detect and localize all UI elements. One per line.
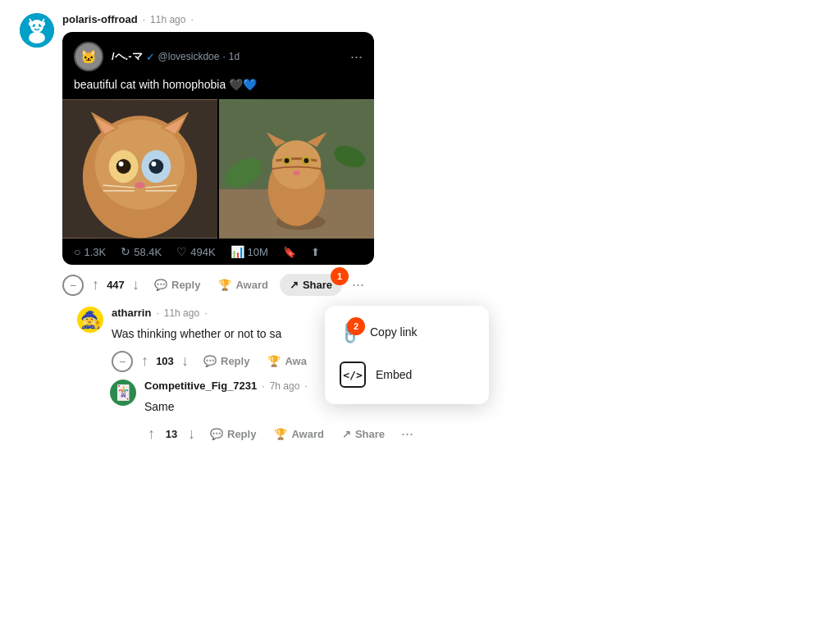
tweet-text: beautiful cat with homophobia 🖤💙 [62, 78, 374, 99]
tweet-stat-share[interactable]: ⬆ [311, 246, 320, 258]
nested-share-icon-2: ↗ [342, 428, 351, 440]
nested-upvote-1[interactable]: ↑ [138, 349, 152, 373]
tweet-verified-icon: ✓ [146, 51, 155, 63]
tweet-username-line: /ヘ.-マ ✓ @lovesickdoe · 1d [112, 49, 342, 64]
tweet-stat-bookmark[interactable]: 🔖 [283, 246, 296, 258]
nested-reply-icon-2: 💬 [210, 428, 223, 440]
username: polaris-offroad [62, 13, 138, 25]
timestamp: 11h ago [150, 14, 185, 25]
svg-point-38 [285, 158, 290, 163]
tweet-avatar-icon: 🐱 [80, 49, 97, 65]
nested-action-bar-2: ↑ 13 ↓ 💬 Reply 🏆 Award ↗ Share [144, 422, 820, 446]
nested-vote-count-2: 13 [162, 428, 181, 440]
top-comment-content: polaris-offroad · 11h ago · 🐱 /ヘ.-マ ✓ @l… [62, 13, 820, 297]
tweet-image-right [219, 99, 374, 239]
username-line: polaris-offroad · 11h ago · [62, 13, 820, 25]
views-icon: 📊 [231, 245, 244, 258]
downvote-button[interactable]: ↓ [129, 273, 143, 297]
tweet-username: /ヘ.-マ [112, 49, 143, 64]
reply-label: Reply [171, 279, 200, 291]
tweet-user-info: /ヘ.-マ ✓ @lovesickdoe · 1d [112, 49, 342, 64]
nested-vote-section-2: ↑ 13 ↓ [144, 422, 199, 446]
svg-point-39 [304, 158, 308, 163]
nested-vote-section-1: ↑ 103 ↓ [138, 349, 192, 373]
svg-point-18 [116, 159, 131, 174]
tweet-handle: @lovesickdoe [158, 51, 220, 62]
award-icon: 🏆 [218, 279, 231, 291]
tweet-stat-views: 📊 10M [231, 245, 268, 258]
reply-icon: 💬 [154, 279, 167, 291]
nested-share-label-2: Share [355, 428, 385, 440]
embed-item[interactable]: </> Embed [325, 352, 489, 398]
tweet-stat-likes: ♡ 494K [176, 245, 215, 258]
tweet-image-left [62, 99, 217, 239]
nested-award-button-2[interactable]: 🏆 Award [267, 423, 331, 445]
svg-point-20 [119, 161, 124, 166]
nested-award-label-2: Award [291, 428, 324, 440]
nested-reply-button-2[interactable]: 💬 Reply [203, 423, 262, 445]
share-icon-btn: ↗ [290, 279, 299, 291]
share-icon: ⬆ [311, 246, 320, 258]
top-comment-action-bar: − ↑ 447 ↓ 💬 Reply 🏆 Award ↗ Share 1 [62, 273, 820, 297]
top-comment: polaris-offroad · 11h ago · 🐱 /ヘ.-マ ✓ @l… [20, 13, 820, 297]
avatar [20, 13, 54, 48]
nested-reply-icon-1: 💬 [203, 355, 217, 367]
copy-link-badge: 2 [347, 317, 365, 335]
nested-reply-button-1[interactable]: 💬 Reply [197, 350, 256, 372]
page-container: polaris-offroad · 11h ago · 🐱 /ヘ.-マ ✓ @l… [0, 0, 840, 623]
award-button[interactable]: 🏆 Award [212, 274, 275, 296]
award-label: Award [235, 279, 268, 291]
tweet-images [62, 99, 374, 239]
nested-dot-1b: · [204, 307, 207, 319]
nested-downvote-2[interactable]: ↓ [185, 422, 199, 446]
nested-award-label-1: Awa [285, 355, 307, 367]
bookmark-icon: 🔖 [283, 246, 296, 258]
comment-icon: ○ [74, 245, 80, 258]
tweet-timestamp: 1d [229, 51, 240, 62]
tweet-more-icon[interactable]: ··· [350, 48, 363, 66]
tweet-stat-comments: ○ 1.3K [74, 245, 106, 258]
vote-section: ↑ 447 ↓ [89, 273, 143, 297]
svg-point-40 [294, 171, 300, 175]
nested-vote-count-1: 103 [155, 355, 175, 367]
nested-award-button-1[interactable]: 🏆 Awa [261, 350, 313, 372]
tweet-view-count: 10M [248, 246, 268, 258]
nested-downvote-1[interactable]: ↓ [178, 349, 192, 373]
reply-button[interactable]: 💬 Reply [148, 274, 207, 296]
copy-link-label: Copy link [370, 325, 418, 339]
svg-point-6 [40, 21, 45, 26]
share-label: Share [303, 279, 332, 291]
nested-award-icon-2: 🏆 [274, 428, 287, 440]
svg-point-2 [29, 32, 45, 43]
tweet-stats: ○ 1.3K ↻ 58.4K ♡ 494K 📊 10M [62, 239, 374, 265]
copy-link-item[interactable]: 🔗 2 Copy link [325, 312, 489, 352]
tweet-embed-card: 🐱 /ヘ.-マ ✓ @lovesickdoe · 1d ··· beautifu… [62, 32, 374, 265]
copy-link-icon-wrapper: 🔗 2 [340, 322, 360, 342]
nested-collapse-button-1[interactable]: − [112, 351, 133, 372]
svg-point-19 [148, 159, 163, 174]
tweet-like-count: 494K [190, 246, 215, 258]
more-button[interactable]: ··· [347, 273, 369, 297]
share-button[interactable]: ↗ Share 1 [280, 274, 342, 296]
embed-label: Embed [376, 368, 412, 381]
nested-timestamp-1: 11h ago [164, 307, 199, 319]
svg-point-22 [135, 182, 145, 189]
nested-share-button-2[interactable]: ↗ Share [336, 423, 391, 445]
tweet-time: · [222, 51, 225, 62]
dot2: · [190, 14, 193, 25]
tweet-stat-retweets: ↻ 58.4K [121, 245, 162, 258]
heart-icon: ♡ [176, 245, 187, 258]
tweet-avatar: 🐱 [74, 42, 103, 71]
nested-dot-2: · [262, 380, 264, 392]
nested-dot-2b: · [304, 380, 307, 392]
nested-timestamp-2: 7h ago [270, 380, 300, 392]
nested-reply-label-1: Reply [221, 355, 249, 367]
collapse-button[interactable]: − [62, 275, 84, 296]
nested-username-2: Competitive_Fig_7231 [144, 380, 257, 392]
vote-count: 447 [106, 279, 126, 291]
upvote-button[interactable]: ↑ [89, 273, 103, 297]
share-badge: 1 [331, 267, 349, 285]
nested-more-button-2[interactable]: ··· [396, 422, 418, 446]
svg-point-33 [272, 140, 322, 189]
nested-upvote-2[interactable]: ↑ [144, 422, 158, 446]
